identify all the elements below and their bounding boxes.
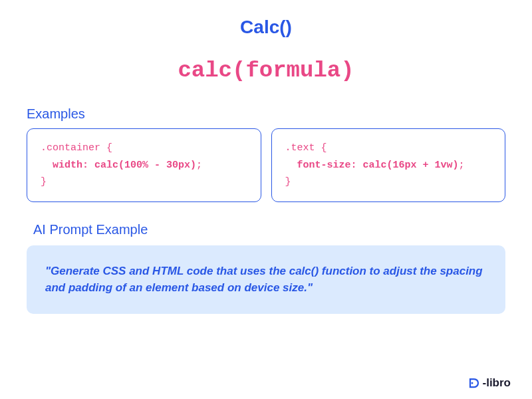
code-line: .text {: [285, 140, 492, 157]
code-line: width: calc(100% - 30px);: [41, 157, 247, 174]
brand-icon: [468, 377, 480, 389]
ai-prompt-text: "Generate CSS and HTML code that uses th…: [45, 263, 487, 297]
code-example-1: .container { width: calc(100% - 30px); }: [27, 128, 261, 202]
code-example-2: .text { font-size: calc(16px + 1vw); }: [271, 128, 506, 202]
code-line: }: [285, 174, 492, 191]
page-title: Calc(): [27, 17, 505, 38]
ai-prompt-box: "Generate CSS and HTML code that uses th…: [27, 245, 505, 314]
brand-text: -libro: [483, 376, 511, 390]
syntax-display: calc(formula): [27, 58, 505, 83]
code-line: font-size: calc(16px + 1vw);: [285, 157, 492, 174]
code-line: .container {: [41, 140, 247, 157]
examples-row: .container { width: calc(100% - 30px); }…: [27, 128, 505, 202]
examples-heading: Examples: [27, 106, 505, 122]
ai-prompt-heading: AI Prompt Example: [33, 222, 505, 237]
brand-logo: -libro: [468, 376, 511, 390]
code-line: }: [41, 174, 247, 191]
svg-point-0: [471, 382, 473, 384]
